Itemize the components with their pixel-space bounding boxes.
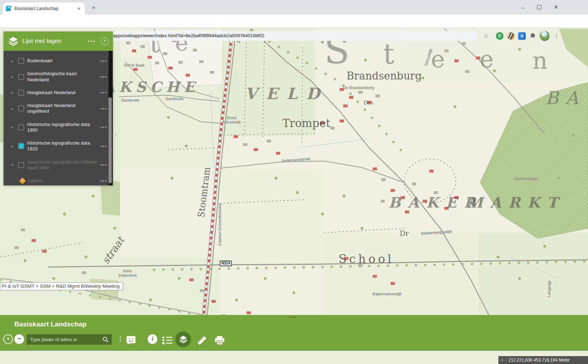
print-tool-button[interactable] [214,334,226,346]
sublayer-options-dots-icon[interactable]: ●●● [100,179,107,183]
printer-icon [215,336,225,345]
more-tools-dots-icon[interactable]: ⋮ [117,335,122,343]
window-minimize-button[interactable]: – [515,0,530,14]
browser-profile-avatar[interactable] [540,31,550,41]
layer-label: Geomorfologische kaart Nederland [27,71,97,83]
attribute-table-opener-dots[interactable]: ●●● [287,315,301,319]
info-icon: i [148,334,157,344]
layer-options-dots-icon[interactable]: ●●● [100,91,107,94]
layer-label: Bodemkaart [27,58,97,64]
app-footer-bar: ●●● Basiskaart Landschap + − ⋮ i [0,315,588,351]
search-input[interactable] [27,337,102,342]
tab-title: Basiskaart Landschap [14,6,76,11]
extensions-puzzle-icon[interactable] [529,32,537,40]
layer-label: Historische topografische data 1950 [27,122,97,134]
bookmark-star-icon[interactable]: ☆ [482,32,490,40]
layer-checkbox[interactable] [18,58,24,64]
crosshair-move-icon[interactable] [499,357,505,363]
layer-options-dots-icon[interactable]: ●●● [100,107,107,110]
layer-row[interactable]: ▾Historische topografische militaire kaa… [4,156,113,175]
panel-title: Lijst met lagen [22,38,88,45]
privacy-badger-extension-icon[interactable] [507,32,515,40]
legend-tool-button[interactable] [161,334,173,346]
layer-checkbox[interactable] [18,106,24,111]
layer-panel-header: Lijst met lagen ●●● ✕ [4,31,113,51]
maximize-icon [537,5,541,9]
smiley-balloon-icon [126,336,136,345]
layer-checkbox[interactable] [18,125,24,130]
ruler-icon [196,335,207,346]
coords-divider [506,358,506,363]
extension-green-icon[interactable]: D [496,32,503,40]
tab-favicon-icon [6,6,11,11]
panel-close-icon[interactable]: ✕ [101,37,109,45]
panel-scrollbar[interactable] [109,51,113,185]
layers-icon [8,37,19,46]
layer-label: Historische topografische militaire kaar… [27,159,97,171]
browser-navbar: slgelderland.maps.arcgis.com/apps/webapp… [0,15,588,28]
sublayer-row[interactable]: Layers●●● [4,174,113,185]
layer-row[interactable]: ▸Geomorfologische kaart Nederland●●● [4,67,113,86]
layer-list: ▸Bodemkaart●●●▸Geomorfologische kaart Ne… [4,51,113,185]
search-box[interactable] [27,334,112,345]
layer-list-panel: Lijst met lagen ●●● ✕ ▸Bodemkaart●●●▸Geo… [4,31,113,185]
search-icon[interactable] [102,336,109,343]
extension-blue-s-icon[interactable]: S [518,32,526,40]
layer-row[interactable]: ▸✓Historische topografische data 1915●●● [4,137,113,156]
taskbar-tooltip: PI & IoT GSMT + SSM + R&D Mgmt BiWeekly … [0,282,123,290]
layer-expand-caret-icon[interactable]: ▸ [11,144,15,148]
layer-label: Hoogtekaart Nederland [27,90,97,96]
layer-options-dots-icon[interactable]: ●●● [100,59,107,63]
layer-expand-caret-icon[interactable]: ▸ [11,91,15,94]
new-tab-button[interactable]: + [89,3,98,13]
tab-close-icon[interactable]: ✕ [76,5,82,12]
info-tool-button[interactable]: i [148,334,157,344]
panel-scrollbar-thumb[interactable] [109,97,112,183]
layer-options-dots-icon[interactable]: ●●● [100,75,107,78]
layer-expand-caret-icon[interactable]: ▾ [11,163,15,167]
layer-label: Historische topografische data 1915 [27,140,97,152]
panel-menu-dots[interactable]: ●●● [88,39,96,43]
layer-row[interactable]: ▸Hoogtekaart Nederland ongefilterd●●● [4,99,113,118]
layer-list-tool-button[interactable] [175,331,191,347]
zoom-in-button[interactable]: + [3,334,13,344]
sublayer-symbol-icon [19,178,25,184]
window-close-button[interactable]: ✕ [549,0,564,14]
browser-tab[interactable]: Basiskaart Landschap ✕ [3,3,85,15]
sublayer-label: Layers [28,178,97,184]
browser-tabstrip: Basiskaart Landschap ✕ + – ✕ [0,0,588,15]
layer-options-dots-icon[interactable]: ●●● [100,145,107,148]
layer-expand-caret-icon[interactable]: ▸ [11,125,15,129]
layer-checkbox[interactable]: ✓ [18,143,24,149]
app-title: Basiskaart Landschap [14,320,87,328]
layer-checkbox[interactable] [18,162,24,168]
layers-tool-icon [179,335,188,343]
measure-tool-button[interactable] [196,334,208,346]
layer-expand-caret-icon[interactable]: ▸ [11,75,15,79]
zoom-out-button[interactable]: − [14,334,24,344]
coordinates-text: 212.221,636 453.716,194 Meter [508,358,570,363]
coordinates-bar: 212.221,636 453.716,194 Meter [498,356,588,364]
layer-row[interactable]: ▸Bodemkaart●●● [4,54,113,67]
layer-expand-caret-icon[interactable]: ▸ [11,59,15,63]
window-maximize-button[interactable] [532,0,547,14]
layer-row[interactable]: ▸Hoogtekaart Nederland●●● [4,86,113,99]
layer-checkbox[interactable] [18,74,24,80]
layer-expand-caret-icon[interactable]: ▸ [11,107,15,111]
layer-options-dots-icon[interactable]: ●●● [100,163,107,166]
legend-icon [162,336,173,345]
layer-checkbox[interactable] [18,90,24,96]
browser-menu-icon[interactable]: ⋮ [553,32,560,40]
layer-row[interactable]: ▸Historische topografische data 1950●●● [4,118,113,137]
layer-label: Hoogtekaart Nederland ongefilterd [27,103,97,115]
share-popup-tool-button[interactable] [125,334,137,346]
layer-options-dots-icon[interactable]: ●●● [100,126,107,129]
